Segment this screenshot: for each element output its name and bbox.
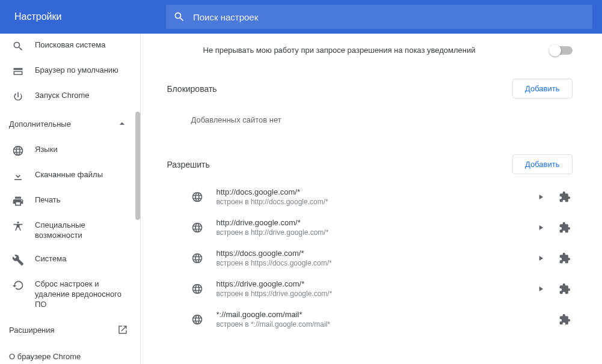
- sidebar-section-advanced[interactable]: Дополнительные: [0, 109, 140, 138]
- site-url: https://docs.google.com/*: [217, 249, 532, 258]
- sidebar-item-label: Поисковая система: [35, 40, 118, 50]
- site-embed: встроен в *://mail.google.com/mail*: [217, 320, 532, 329]
- sidebar-item-extensions[interactable]: Расширения: [0, 316, 140, 344]
- site-embed: встроен в http://drive.google.com/*: [217, 228, 532, 237]
- sidebar-item-default-browser[interactable]: Браузер по умолчанию: [0, 59, 140, 84]
- power-icon: [12, 91, 24, 103]
- search-icon: [166, 11, 193, 23]
- print-icon: [12, 195, 24, 207]
- site-url: https://drive.google.com/*: [217, 279, 532, 288]
- site-url: http://drive.google.com/*: [217, 218, 532, 227]
- sidebar-item-search-engine[interactable]: Поисковая система: [0, 34, 140, 59]
- main-content: Не прерывать мою работу при запросе разр…: [141, 34, 602, 364]
- download-icon: [12, 170, 24, 182]
- sidebar-item-label: О браузере Chrome: [9, 352, 81, 361]
- chevron-up-icon: [116, 118, 128, 130]
- details-arrow-icon[interactable]: [532, 285, 550, 293]
- scrollbar-thumb[interactable]: [135, 112, 140, 220]
- search-icon: [12, 40, 24, 52]
- block-add-button[interactable]: Добавить: [512, 79, 572, 99]
- site-embed: встроен в https://drive.google.com/*: [217, 290, 532, 298]
- site-info: http://docs.google.com/*встроен в http:/…: [217, 187, 532, 206]
- site-info: https://drive.google.com/*встроен в http…: [217, 279, 532, 298]
- site-row: http://drive.google.com/*встроен в http:…: [167, 212, 576, 243]
- sidebar-item-label: Запуск Chrome: [35, 91, 102, 101]
- sidebar-item-reset[interactable]: Сброс настроек и удаление вредоносного П…: [0, 273, 140, 317]
- restore-icon: [12, 279, 24, 291]
- sidebar-item-label: Система: [35, 254, 78, 264]
- header: Настройки: [0, 0, 602, 34]
- sidebar-item-label: Браузер по умолчанию: [35, 65, 131, 76]
- extension-icon[interactable]: [556, 283, 574, 295]
- sidebar-item-label: Специальные возможности: [35, 220, 140, 241]
- details-arrow-icon[interactable]: [532, 223, 550, 232]
- site-row: https://drive.google.com/*встроен в http…: [167, 273, 576, 304]
- site-info: http://drive.google.com/*встроен в http:…: [217, 218, 532, 237]
- globe-icon: [191, 252, 203, 264]
- sidebar-item-downloads[interactable]: Скачанные файлы: [0, 163, 140, 189]
- site-row: https://docs.google.com/*встроен в https…: [167, 243, 576, 273]
- search-input[interactable]: [193, 12, 592, 22]
- sidebar: Поисковая система Браузер по умолчанию З…: [0, 34, 141, 364]
- extension-icon[interactable]: [556, 191, 574, 203]
- site-url: http://docs.google.com/*: [217, 187, 532, 196]
- sidebar-item-languages[interactable]: Языки: [0, 138, 140, 163]
- accessibility-icon: [12, 220, 24, 232]
- block-empty-message: Добавленных сайтов нет: [167, 106, 576, 142]
- sidebar-section-label: Дополнительные: [9, 120, 71, 129]
- search-field[interactable]: [166, 5, 592, 29]
- globe-icon: [12, 145, 24, 157]
- globe-icon: [191, 314, 203, 326]
- toggle-knob: [549, 44, 561, 56]
- sidebar-item-label: Печать: [35, 195, 73, 205]
- sidebar-item-about[interactable]: О браузере Chrome: [0, 344, 140, 364]
- page-title: Настройки: [0, 11, 166, 22]
- allow-add-button[interactable]: Добавить: [512, 154, 572, 174]
- site-info: *://mail.google.com/mail*встроен в *://m…: [217, 310, 532, 329]
- extension-icon[interactable]: [556, 314, 574, 326]
- wrench-icon: [12, 254, 24, 266]
- quiet-notifications-toggle[interactable]: [551, 46, 573, 55]
- extension-icon[interactable]: [556, 222, 574, 234]
- sidebar-item-label: Сброс настроек и удаление вредоносного П…: [35, 279, 140, 310]
- site-row: http://docs.google.com/*встроен в http:/…: [167, 181, 576, 212]
- extension-icon[interactable]: [556, 252, 574, 264]
- site-embed: встроен в http://docs.google.com/*: [217, 198, 532, 206]
- site-row: *://mail.google.com/mail*встроен в *://m…: [167, 304, 576, 335]
- browser-icon: [12, 65, 24, 77]
- allow-section-header: Разрешить Добавить: [167, 142, 576, 181]
- sidebar-item-system[interactable]: Система: [0, 247, 140, 273]
- sidebar-item-accessibility[interactable]: Специальные возможности: [0, 214, 140, 247]
- open-external-icon: [117, 324, 128, 335]
- block-title: Блокировать: [167, 84, 217, 94]
- globe-icon: [191, 191, 203, 203]
- quiet-notifications-row: Не прерывать мою работу при запросе разр…: [167, 34, 576, 67]
- sidebar-item-label: Языки: [35, 145, 70, 155]
- site-info: https://docs.google.com/*встроен в https…: [217, 249, 532, 267]
- site-url: *://mail.google.com/mail*: [217, 310, 532, 319]
- sidebar-item-label: Расширения: [9, 326, 55, 335]
- allow-title: Разрешить: [167, 160, 210, 169]
- site-embed: встроен в https://docs.google.com/*: [217, 259, 532, 267]
- globe-icon: [191, 222, 203, 234]
- details-arrow-icon[interactable]: [532, 193, 550, 201]
- sidebar-scrollbar[interactable]: [135, 34, 140, 364]
- sidebar-item-startup[interactable]: Запуск Chrome: [0, 84, 140, 109]
- details-arrow-icon[interactable]: [532, 254, 550, 262]
- block-section-header: Блокировать Добавить: [167, 67, 576, 106]
- toggle-label: Не прерывать мою работу при запросе разр…: [203, 46, 551, 55]
- globe-icon: [191, 283, 203, 295]
- sidebar-item-label: Скачанные файлы: [35, 170, 115, 180]
- sidebar-item-print[interactable]: Печать: [0, 189, 140, 214]
